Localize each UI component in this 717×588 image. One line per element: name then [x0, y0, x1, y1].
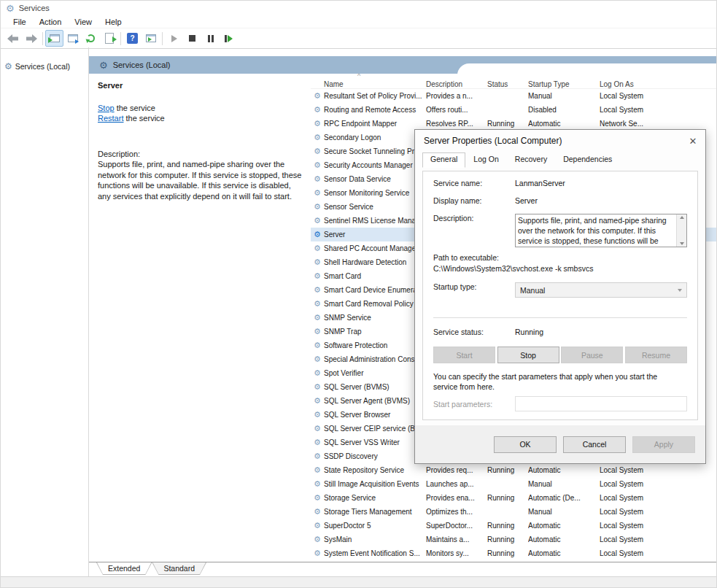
service-row[interactable]: ⚙SuperDoctor 5SuperDoctor...RunningAutom…	[311, 519, 717, 533]
tab-log-on[interactable]: Log On	[465, 152, 506, 167]
service-row[interactable]: ⚙Resultant Set of Policy Provi...Provide…	[311, 89, 717, 103]
cell-stype: Manual	[528, 92, 600, 100]
scroll-down-icon[interactable]	[680, 242, 684, 245]
cell-name: System Event Notification S...	[324, 549, 426, 557]
startup-type-value: Manual	[520, 286, 545, 295]
cell-name: Software Protection	[324, 341, 426, 349]
tab-dependencies[interactable]: Dependencies	[555, 152, 620, 167]
tab-recovery[interactable]: Recovery	[507, 152, 555, 167]
view-tabs: ExtendedStandard	[89, 562, 716, 577]
stop-service-icon[interactable]	[183, 30, 201, 47]
start-service-icon[interactable]	[165, 30, 183, 47]
show-hide-action-pane-icon[interactable]	[142, 30, 160, 47]
cell-logon: Local System	[600, 92, 673, 100]
tab-general[interactable]: General	[422, 152, 465, 168]
start-parameters-input[interactable]	[515, 396, 687, 411]
cell-name: SQL Server VSS Writer	[324, 438, 426, 446]
menu-bar: FileActionViewHelp	[1, 15, 716, 28]
stop-service-link[interactable]: Stop	[98, 104, 115, 112]
start-button[interactable]: Start	[433, 347, 495, 363]
menu-view[interactable]: View	[68, 17, 98, 27]
column-header-name[interactable]: Name	[311, 80, 426, 88]
startup-type-select[interactable]: Manual	[515, 282, 687, 298]
cell-name: Smart Card Device Enumerat...	[324, 286, 426, 294]
apply-button[interactable]: Apply	[632, 436, 695, 453]
properties-window-icon[interactable]	[63, 30, 82, 47]
pause-button[interactable]: Pause	[561, 347, 623, 363]
restart-service-link[interactable]: Restart	[98, 114, 123, 123]
service-row[interactable]: ⚙State Repository ServiceProvides req...…	[311, 463, 717, 477]
pane-header-title: Services (Local)	[113, 61, 171, 69]
service-gear-icon: ⚙	[311, 119, 324, 128]
refresh-icon[interactable]	[82, 30, 100, 47]
cell-name: Storage Tiers Management	[324, 508, 426, 516]
cell-desc: Resolves RP...	[426, 120, 487, 128]
back-icon[interactable]	[4, 30, 22, 47]
service-row[interactable]: ⚙Routing and Remote AccessOffers routi..…	[311, 103, 717, 117]
cell-desc: Optimizes th...	[426, 508, 487, 516]
column-header-startup-type[interactable]: Startup Type	[528, 80, 600, 88]
pause-service-icon[interactable]	[201, 30, 220, 47]
service-gear-icon: ⚙	[311, 424, 324, 433]
path-value-row: C:\Windows\System32\svchost.exe -k smbsv…	[433, 264, 687, 273]
service-name-value: LanmanServer	[515, 179, 565, 187]
menu-file[interactable]: File	[7, 17, 33, 27]
close-icon[interactable]: ✕	[681, 131, 705, 150]
cell-name: Shell Hardware Detection	[324, 258, 426, 266]
view-tab-standard[interactable]: Standard	[152, 562, 206, 575]
service-row[interactable]: ⚙System Event Notification S...Monitors …	[311, 546, 717, 560]
stop-button[interactable]: Stop	[497, 347, 559, 363]
selected-service-title: Server	[98, 81, 306, 90]
scroll-up-icon[interactable]	[680, 216, 684, 219]
column-header-status[interactable]: Status	[487, 80, 528, 88]
cell-desc: Provides req...	[426, 466, 487, 474]
service-gear-icon: ⚙	[311, 452, 324, 461]
service-row[interactable]: ⚙Storage ServiceProvides ena...RunningAu…	[311, 491, 717, 505]
help-icon[interactable]: ?	[123, 30, 142, 47]
cell-desc: Offers routi...	[426, 106, 487, 114]
service-gear-icon: ⚙	[311, 341, 324, 350]
cell-name: SQL Server CEIP service (BV...	[324, 425, 426, 433]
cell-status: Running	[487, 120, 528, 128]
description-scrollbar[interactable]	[676, 214, 686, 247]
export-list-icon[interactable]	[100, 30, 118, 47]
menu-action[interactable]: Action	[33, 17, 69, 27]
forward-icon[interactable]	[22, 30, 40, 47]
restart-service-icon[interactable]	[220, 30, 238, 47]
cell-desc: Maintains a...	[426, 535, 487, 543]
cell-name: Sensor Data Service	[324, 175, 426, 183]
show-hide-console-tree-icon[interactable]	[45, 30, 63, 47]
tree-item-services-local[interactable]: ⚙ Services (Local)	[1, 61, 88, 72]
service-gear-icon: ⚙	[311, 160, 324, 170]
cell-desc: Provides a n...	[426, 92, 487, 100]
cell-name: Smart Card	[324, 272, 426, 280]
display-name-row: Display name: Server	[433, 196, 687, 205]
cell-stype: Manual	[528, 480, 600, 488]
service-row[interactable]: ⚙Still Image Acquisition EventsLaunches …	[311, 477, 717, 491]
cell-name: Sentinel RMS License Mana...	[324, 217, 426, 225]
service-gear-icon: ⚙	[311, 174, 324, 184]
sort-ascending-icon: ^	[357, 74, 360, 80]
path-to-executable-label: Path to executable:	[433, 253, 499, 262]
service-row[interactable]: ⚙SysMainMaintains a...RunningAutomaticLo…	[311, 533, 717, 546]
service-gear-icon: ⚙	[311, 465, 324, 475]
column-header-log-on-as[interactable]: Log On As	[600, 80, 673, 88]
description-textarea[interactable]: Supports file, print, and named-pipe sha…	[515, 214, 687, 247]
menu-help[interactable]: Help	[98, 17, 128, 27]
cell-name: SuperDoctor 5	[324, 522, 426, 530]
description-label: Description:	[98, 150, 306, 158]
startup-type-label: Startup type:	[433, 282, 515, 298]
stop-service-line: Stop the service	[98, 103, 306, 113]
cell-stype: Disabled	[528, 106, 600, 114]
service-gear-icon: ⚙	[311, 382, 324, 392]
view-tab-extended[interactable]: Extended	[96, 562, 152, 575]
ok-button[interactable]: OK	[494, 436, 557, 453]
service-row[interactable]: ⚙Storage Tiers ManagementOptimizes th...…	[311, 505, 717, 519]
path-to-executable-value: C:\Windows\System32\svchost.exe -k smbsv…	[433, 264, 593, 273]
path-label-row: Path to executable:	[433, 253, 687, 262]
cancel-button[interactable]: Cancel	[563, 436, 626, 453]
service-gear-icon: ⚙	[311, 355, 324, 364]
resume-button[interactable]: Resume	[625, 347, 687, 363]
column-header-description[interactable]: Description	[426, 80, 487, 88]
display-name-label: Display name:	[433, 196, 515, 205]
